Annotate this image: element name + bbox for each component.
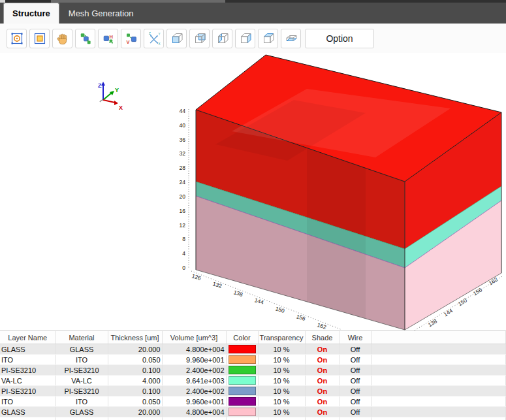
view-top-cube-icon xyxy=(261,31,276,46)
color-swatch[interactable] xyxy=(229,397,256,406)
svg-text:40: 40 xyxy=(180,122,186,129)
table-row[interactable]: ITO ITO 0.050 9.960e+001 10 % On Off xyxy=(0,355,506,365)
table-row[interactable]: GLASS GLASS 20.000 4.800e+004 10 % On Of… xyxy=(0,344,506,355)
axis-view-button[interactable]: Z Y X xyxy=(144,29,164,48)
z-axis-arrow xyxy=(101,82,105,86)
svg-text:H: H xyxy=(109,34,112,40)
fit-view-icon xyxy=(10,31,24,46)
table-row[interactable]: ITO ITO 0.050 9.960e+001 10 % On Off xyxy=(0,396,506,407)
option-button[interactable]: Option xyxy=(305,29,374,48)
rotate-horizontal-button[interactable]: H xyxy=(98,29,118,48)
color-cell[interactable] xyxy=(226,344,258,355)
color-cell[interactable] xyxy=(226,396,258,407)
col-header-shade[interactable]: Shade xyxy=(305,331,340,344)
shade-cell[interactable]: On xyxy=(305,396,340,407)
color-cell[interactable] xyxy=(226,355,258,365)
table-row[interactable]: VA-LC VA-LC 4.000 9.641e+003 10 % On Off xyxy=(0,376,506,386)
tab-mesh-generation[interactable]: Mesh Generation xyxy=(59,3,143,24)
color-swatch[interactable] xyxy=(229,366,256,374)
fit-view-button[interactable] xyxy=(7,29,27,48)
svg-text:Z: Z xyxy=(149,32,151,35)
col-header-thickness[interactable]: Thickness [um] xyxy=(108,331,162,344)
color-swatch[interactable] xyxy=(229,355,256,364)
thickness-cell: 0.100 xyxy=(108,365,162,376)
rotate-horizontal-icon: H xyxy=(101,31,116,46)
zoom-window-icon xyxy=(33,31,47,46)
layer-table-container: Layer Name Material Thickness [um] Volum… xyxy=(0,331,506,420)
view-back-cube-button[interactable] xyxy=(189,29,210,48)
transparency-cell[interactable]: 10 % xyxy=(258,344,305,355)
svg-text:150: 150 xyxy=(275,305,286,314)
shade-cell[interactable]: On xyxy=(305,355,340,365)
transparency-cell[interactable]: 10 % xyxy=(258,407,305,417)
wire-cell[interactable]: Off xyxy=(340,376,371,386)
table-row[interactable]: PI-SE3210 PI-SE3210 0.100 2.400e+002 10 … xyxy=(0,365,506,376)
shade-cell[interactable]: On xyxy=(305,344,340,355)
view-right-cube-button[interactable] xyxy=(235,29,255,48)
shade-cell[interactable]: On xyxy=(305,386,340,396)
view-bottom-cube-button[interactable] xyxy=(281,29,301,48)
color-swatch[interactable] xyxy=(229,408,256,416)
shade-cell[interactable]: On xyxy=(305,376,340,386)
table-row[interactable]: PI-SE3210 PI-SE3210 0.100 2.400e+002 10 … xyxy=(0,386,506,396)
col-header-volume[interactable]: Volume [um^3] xyxy=(162,331,226,344)
table-row[interactable]: GLASS GLASS 20.000 4.800e+004 10 % On Of… xyxy=(0,407,506,417)
svg-text:24: 24 xyxy=(180,179,186,186)
col-header-wire[interactable]: Wire xyxy=(340,331,371,344)
volume-cell: 4.800e+004 xyxy=(162,344,226,355)
thickness-cell: 20.000 xyxy=(108,407,162,417)
volume-cell: 9.960e+001 xyxy=(162,355,226,365)
shade-cell[interactable]: On xyxy=(305,407,340,417)
structure-3d-view: 44 40 36 32 28 24 20 16 12 8 4 0 126 132… xyxy=(0,53,506,331)
view-top-cube-button[interactable] xyxy=(258,29,278,48)
layer-name-cell: GLASS xyxy=(0,407,55,417)
layer-name-cell: GLASS xyxy=(0,344,55,355)
layer-name-cell: PI-SE3210 xyxy=(0,386,55,396)
view-left-cube-button[interactable] xyxy=(212,29,232,48)
wire-cell[interactable]: Off xyxy=(340,396,371,407)
tab-structure[interactable]: Structure xyxy=(3,3,59,24)
structure-viewport[interactable]: 44 40 36 32 28 24 20 16 12 8 4 0 126 132… xyxy=(0,53,506,331)
svg-text:0: 0 xyxy=(182,265,185,271)
volume-cell: 4.800e+004 xyxy=(162,407,226,417)
color-cell[interactable] xyxy=(226,365,258,376)
svg-text:44: 44 xyxy=(180,108,186,114)
wire-cell[interactable]: Off xyxy=(340,386,371,396)
transparency-cell[interactable]: 10 % xyxy=(258,365,305,376)
rotate-view-button[interactable] xyxy=(75,29,95,48)
x-axis-label: X xyxy=(119,105,123,111)
color-swatch[interactable] xyxy=(229,345,256,353)
view-front-cube-icon xyxy=(170,31,184,46)
col-header-color[interactable]: Color xyxy=(226,331,258,344)
volume-cell: 9.960e+001 xyxy=(162,396,226,407)
color-cell[interactable] xyxy=(226,386,258,396)
tab-structure-label: Structure xyxy=(12,8,50,18)
shade-cell[interactable]: On xyxy=(305,365,340,376)
color-swatch[interactable] xyxy=(229,387,256,395)
rotate-vertical-button[interactable]: V xyxy=(121,29,141,48)
svg-text:16: 16 xyxy=(180,208,186,214)
thickness-cell: 0.050 xyxy=(108,355,162,365)
material-cell: ITO xyxy=(55,396,108,407)
color-swatch[interactable] xyxy=(229,376,256,385)
col-header-transparency[interactable]: Transparency xyxy=(258,331,305,344)
transparency-cell[interactable]: 10 % xyxy=(258,396,305,407)
transparency-cell[interactable]: 10 % xyxy=(258,355,305,365)
rotate-vertical-icon: V xyxy=(124,31,138,46)
wire-cell[interactable]: Off xyxy=(340,355,371,365)
view-front-cube-button[interactable] xyxy=(166,29,187,48)
color-cell[interactable] xyxy=(226,407,258,417)
svg-text:V: V xyxy=(126,39,129,45)
transparency-cell[interactable]: 10 % xyxy=(258,386,305,396)
color-cell[interactable] xyxy=(226,376,258,386)
transparency-cell[interactable]: 10 % xyxy=(258,376,305,386)
pan-button[interactable] xyxy=(52,29,72,48)
col-header-material[interactable]: Material xyxy=(55,331,108,344)
wire-cell[interactable]: Off xyxy=(340,365,371,376)
wire-cell[interactable]: Off xyxy=(340,344,371,355)
zoom-window-button[interactable] xyxy=(29,29,50,48)
wire-cell[interactable]: Off xyxy=(340,407,371,417)
z-axis-label: Z xyxy=(98,82,102,89)
svg-text:32: 32 xyxy=(180,150,186,157)
col-header-layer-name[interactable]: Layer Name xyxy=(0,331,55,344)
